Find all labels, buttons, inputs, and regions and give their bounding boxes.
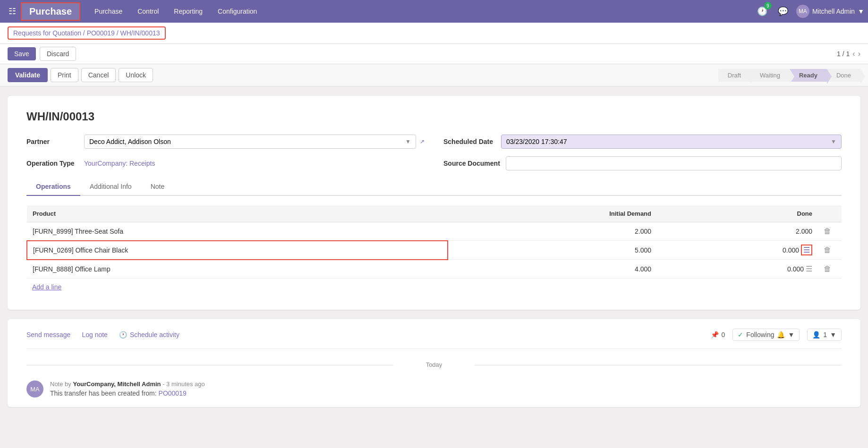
tab-additional-info[interactable]: Additional Info: [80, 178, 141, 196]
delete-icon[interactable]: 🗑: [824, 246, 831, 254]
operation-type-link[interactable]: YourCompany: Receipts: [84, 160, 155, 167]
operations-table: Product Initial Demand Done [FURN_8999] …: [26, 205, 842, 279]
table-row: [FURN_8999] Three-Seat Sofa 2.000 2.000 …: [27, 222, 842, 241]
chatter-divider: Today: [26, 356, 842, 373]
save-button[interactable]: Save: [8, 47, 36, 60]
detail-lines-icon[interactable]: ☰: [801, 245, 812, 255]
chatter-actions: Send message Log note 🕐 Schedule activit…: [26, 329, 842, 349]
avatar: MA: [26, 380, 43, 397]
status-done: Done: [827, 69, 860, 82]
source-document-label: Source Document: [443, 160, 500, 167]
chat-icon[interactable]: 💬: [775, 4, 791, 19]
prev-page-arrow[interactable]: ‹: [852, 50, 855, 58]
toolbar: Validate Print Cancel Unlock Draft Waiti…: [0, 64, 868, 86]
form-card: WH/IN/00013 Partner Deco Addict, Addison…: [8, 96, 860, 310]
delete-icon[interactable]: 🗑: [824, 265, 831, 273]
followers-button[interactable]: 👤 1 ▼: [807, 329, 842, 341]
tab-note[interactable]: Note: [141, 178, 174, 196]
done-qty: 0.000 ☰: [657, 260, 818, 279]
following-button[interactable]: ✓ Following 🔔 ▼: [732, 329, 800, 341]
detail-lines-icon[interactable]: ☰: [806, 265, 812, 273]
unlock-button[interactable]: Unlock: [119, 68, 153, 82]
chatter-section: Send message Log note 🕐 Schedule activit…: [8, 319, 860, 407]
pagination: 1 / 1 ‹ ›: [837, 50, 860, 58]
check-icon: ✓: [738, 331, 743, 338]
col-done: Done: [657, 205, 818, 222]
status-bar: Draft Waiting Ready Done: [718, 69, 860, 82]
log-note-button[interactable]: Log note: [82, 331, 108, 338]
send-message-button[interactable]: Send message: [26, 331, 70, 338]
scheduled-date-select[interactable]: 03/23/2020 17:30:47 ▼: [501, 135, 842, 149]
col-product: Product: [27, 205, 448, 222]
action-bar-left: Save Discard: [8, 47, 76, 61]
schedule-activity-button[interactable]: 🕐 Schedule activity: [119, 331, 179, 338]
cancel-button[interactable]: Cancel: [81, 68, 116, 82]
done-qty: 0.000 ☰: [657, 241, 818, 260]
grid-menu-icon[interactable]: ☷: [4, 3, 21, 20]
avatar: MA: [796, 5, 809, 18]
external-link-icon[interactable]: ↗: [420, 138, 425, 145]
delete-icon[interactable]: 🗑: [824, 227, 831, 235]
validate-button[interactable]: Validate: [8, 68, 48, 82]
status-draft: Draft: [718, 69, 750, 82]
breadcrumb[interactable]: Requests for Quotation / PO00019 / WH/IN…: [8, 26, 166, 40]
nav-reporting[interactable]: Reporting: [167, 5, 209, 18]
breadcrumb-bar: Requests for Quotation / PO00019 / WH/IN…: [0, 23, 868, 44]
message-prefix: Note by: [50, 380, 71, 388]
chevron-down-icon: ▼: [405, 138, 411, 145]
chevron-down-icon: ▼: [831, 138, 836, 145]
nav-menu: Purchase Control Reporting Configuration: [88, 5, 755, 18]
chevron-down-icon: ▼: [788, 331, 794, 338]
product-name: [FURN_8888] Office Lamp: [27, 260, 448, 279]
nav-purchase[interactable]: Purchase: [88, 5, 129, 18]
clock-badge: 9: [764, 2, 772, 9]
message-author: YourCompany, Mitchell Admin: [73, 380, 161, 388]
table-row: [FURN_8888] Office Lamp 4.000 0.000 ☰ 🗑: [27, 260, 842, 279]
chevron-down-icon: ▼: [858, 8, 864, 15]
nav-right-section: 🕐 9 💬 MA Mitchell Admin ▼: [755, 4, 864, 19]
initial-demand: 4.000: [448, 260, 657, 279]
clock-icon: 🕐: [119, 331, 127, 338]
operation-type-label: Operation Type: [26, 160, 78, 167]
done-qty: 2.000: [657, 222, 818, 241]
message-item: MA Note by YourCompany, Mitchell Admin -…: [26, 380, 842, 397]
row-actions: 🗑: [818, 241, 842, 260]
clock-icon[interactable]: 🕐 9: [755, 4, 770, 19]
user-name: Mitchell Admin: [812, 8, 855, 15]
status-waiting: Waiting: [750, 69, 790, 82]
nav-configuration[interactable]: Configuration: [211, 5, 264, 18]
source-document-input[interactable]: PO00019: [506, 156, 842, 170]
thread-count: 📌 0: [711, 331, 725, 338]
initial-demand: 5.000: [448, 241, 657, 260]
scheduled-date-group: Scheduled Date 03/23/2020 17:30:47 ▼: [443, 135, 842, 149]
discard-button[interactable]: Discard: [40, 47, 76, 61]
source-document-group: Source Document PO00019: [443, 156, 842, 170]
bell-icon: 🔔: [777, 331, 785, 338]
add-line-link[interactable]: Add a line: [26, 279, 842, 296]
main-content: WH/IN/00013 Partner Deco Addict, Addison…: [0, 86, 868, 416]
chevron-down-icon: ▼: [830, 331, 836, 338]
tab-operations[interactable]: Operations: [26, 178, 80, 196]
table-row-highlighted: [FURN_0269] Office Chair Black 5.000 0.0…: [27, 241, 842, 260]
partner-select[interactable]: Deco Addict, Addison Olson ▼: [84, 135, 416, 149]
initial-demand: 2.000: [448, 222, 657, 241]
partner-group: Partner Deco Addict, Addison Olson ▼ ↗: [26, 135, 425, 149]
row-actions: 🗑: [818, 260, 842, 279]
thread-icon: 📌: [711, 331, 719, 338]
next-page-arrow[interactable]: ›: [858, 50, 860, 58]
message-link[interactable]: PO00019: [159, 389, 187, 397]
form-row-1: Partner Deco Addict, Addison Olson ▼ ↗ S…: [26, 135, 842, 149]
user-menu[interactable]: MA Mitchell Admin ▼: [796, 5, 864, 18]
form-row-2: Operation Type YourCompany: Receipts Sou…: [26, 156, 842, 170]
print-button[interactable]: Print: [51, 68, 78, 82]
scheduled-date-label: Scheduled Date: [443, 138, 495, 145]
scheduled-date-value: 03/23/2020 17:30:47: [506, 138, 567, 145]
partner-value: Deco Addict, Addison Olson: [89, 138, 171, 145]
nav-control[interactable]: Control: [131, 5, 165, 18]
app-title[interactable]: Purchase: [21, 2, 80, 21]
message-body: This transfer has been created from: PO0…: [50, 389, 842, 397]
product-name: [FURN_8999] Three-Seat Sofa: [27, 222, 448, 241]
partner-select-wrapper: Deco Addict, Addison Olson ▼ ↗: [84, 135, 425, 149]
operation-type-group: Operation Type YourCompany: Receipts: [26, 156, 425, 170]
message-content: Note by YourCompany, Mitchell Admin - 3 …: [50, 380, 842, 397]
